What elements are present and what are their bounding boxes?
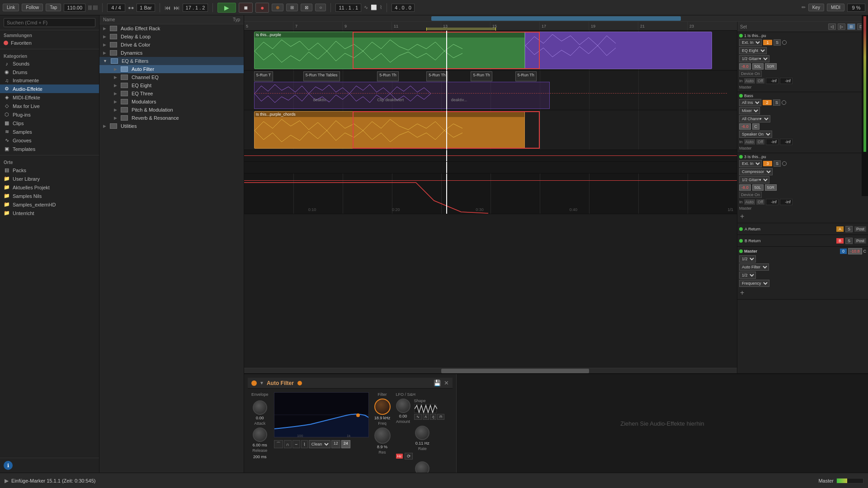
b-return-s[interactable]: S bbox=[845, 238, 853, 244]
browser-item-audio-effect-rack[interactable]: ▶ Audio Effect Rack bbox=[99, 24, 244, 33]
time-sig-display[interactable]: 4 / 4 bbox=[107, 4, 125, 12]
loop-button[interactable]: ⊕ bbox=[272, 4, 283, 11]
lfo-sync-button[interactable]: ⟳ bbox=[405, 453, 413, 460]
master-routing2-select[interactable]: 1/2 bbox=[739, 272, 756, 279]
midi-button[interactable]: MIDI bbox=[827, 4, 844, 11]
status-play-button[interactable]: ▶ bbox=[5, 478, 9, 484]
attack-knob[interactable] bbox=[253, 400, 267, 415]
record-button[interactable]: ● bbox=[255, 3, 269, 13]
set-fwd-button[interactable]: ▷ bbox=[838, 23, 845, 30]
clip-bass-4[interactable]: 5-Run Th bbox=[426, 71, 448, 81]
master-auto-filter-select[interactable]: Auto Filter bbox=[739, 263, 769, 271]
bpm-display[interactable]: 110.00 bbox=[64, 4, 85, 12]
arranger-scrollbar-thumb[interactable] bbox=[441, 369, 589, 373]
marker1-display[interactable]: 11 . 1 . 1 bbox=[335, 4, 361, 12]
info-button[interactable]: ℹ bbox=[4, 461, 13, 470]
sidebar-item-audio-effekte[interactable]: ⚙ Audio-Effekte bbox=[0, 84, 99, 93]
sidebar-item-plug-ins[interactable]: ⬡ Plug-ins bbox=[0, 110, 99, 119]
clip-orange-chords[interactable]: Is this...purple_chords bbox=[254, 111, 525, 149]
top-scrollbar[interactable] bbox=[244, 15, 868, 22]
bars-display[interactable]: 1 Bar bbox=[137, 4, 155, 12]
browser-item-channel-eq[interactable]: ▶ Channel EQ bbox=[99, 73, 244, 81]
shape-btn-bandpass[interactable]: ∩ bbox=[284, 440, 292, 448]
track3-s-button[interactable]: S bbox=[774, 160, 781, 167]
stop-button[interactable]: ■ bbox=[239, 3, 252, 13]
sidebar-item-packs[interactable]: ▤ Packs bbox=[0, 166, 99, 174]
sidebar-item-favoriten[interactable]: Favoriten bbox=[0, 39, 99, 47]
shape-btn-notch[interactable]: ⌇ bbox=[301, 440, 308, 448]
browser-item-utilities[interactable]: ▶ Utilities bbox=[99, 122, 244, 130]
set-back-button[interactable]: ◁ bbox=[828, 23, 836, 30]
pencil-icon[interactable]: ✏ bbox=[802, 5, 806, 10]
browser-item-modulators[interactable]: ▶ Modulators bbox=[99, 98, 244, 106]
browser-item-pitch-modulation[interactable]: ▶ Pitch & Modulation bbox=[99, 106, 244, 114]
clip-bass-1[interactable]: 5-Run T bbox=[254, 71, 273, 81]
res-knob[interactable] bbox=[374, 427, 391, 444]
browser-item-reverb-resonance[interactable]: ▶ Reverb & Resonance bbox=[99, 114, 244, 122]
track3-routing-select[interactable]: 1/2 Gitarr▾ bbox=[739, 176, 769, 183]
browser-item-eq-eight[interactable]: ▶ EQ Eight bbox=[99, 81, 244, 89]
track3-add-button[interactable]: + bbox=[739, 211, 745, 221]
sidebar-item-templates[interactable]: ▣ Templates bbox=[0, 145, 99, 153]
sidebar-item-drums[interactable]: ◉ Drums bbox=[0, 68, 99, 76]
lfo-shape-sin[interactable]: ∿ bbox=[414, 414, 422, 420]
sidebar-item-samples[interactable]: ≋ Samples bbox=[0, 127, 99, 136]
track1-device-select[interactable]: EQ Eight bbox=[739, 47, 767, 54]
filter-curve-display[interactable]: 100 1k bbox=[274, 392, 369, 437]
position-display[interactable]: 17 . 1 . 2 bbox=[183, 4, 208, 12]
lfo-phase-knob[interactable] bbox=[415, 461, 429, 473]
sidebar-item-midi-effekte[interactable]: ◈ MIDI-Effekte bbox=[0, 93, 99, 102]
marker2-display[interactable]: 4 . 0 . 0 bbox=[392, 4, 415, 12]
follow-button[interactable]: Follow bbox=[22, 4, 43, 11]
zoom-display[interactable]: 9 % bbox=[847, 4, 865, 12]
play-button[interactable]: ▶ bbox=[217, 3, 236, 13]
detail-button[interactable]: ○ bbox=[315, 4, 326, 11]
sidebar-item-grooves[interactable]: ∿ Grooves bbox=[0, 136, 99, 145]
a-return-s[interactable]: S bbox=[845, 226, 853, 232]
sidebar-item-clips[interactable]: ▦ Clips bbox=[0, 119, 99, 127]
lfo-rate-knob[interactable] bbox=[415, 426, 429, 440]
filter-type-select[interactable]: Clean bbox=[309, 440, 330, 448]
track2-s-button[interactable]: S bbox=[773, 99, 780, 106]
sidebar-item-sounds[interactable]: ♪ Sounds bbox=[0, 60, 99, 68]
set-icon-button1[interactable]: ⊞ bbox=[847, 23, 855, 30]
sidebar-item-samples-extern[interactable]: 📁 Samples_externHD bbox=[0, 200, 99, 209]
clip-bass-5[interactable]: 5-Run Th bbox=[471, 71, 492, 81]
track2-input-select[interactable]: All Ins bbox=[739, 99, 761, 106]
master-frequency-select[interactable]: Frequency bbox=[739, 280, 769, 287]
sidebar-item-max-for-live[interactable]: ◇ Max for Live bbox=[0, 102, 99, 110]
device-close-button[interactable]: ✕ bbox=[444, 380, 449, 386]
track1-routing-select[interactable]: 1/2 Gitarr▾ bbox=[739, 55, 769, 62]
sidebar-item-instrumente[interactable]: ♫ Instrumente bbox=[0, 76, 99, 84]
track2-routing-select[interactable]: All Chann▾ bbox=[739, 115, 770, 122]
track3-device-select[interactable]: Compressor bbox=[739, 168, 773, 175]
link-button[interactable]: Link bbox=[3, 4, 19, 11]
track1-input-select[interactable]: Ext. In bbox=[739, 39, 762, 46]
lfo-shape-saw[interactable]: /| bbox=[430, 414, 436, 420]
top-scrollbar-thumb[interactable] bbox=[431, 16, 681, 21]
browser-item-dynamics[interactable]: ▶ Dynamics bbox=[99, 49, 244, 57]
key-button[interactable]: Key bbox=[808, 4, 824, 11]
fwd-icon[interactable]: ⏭ bbox=[174, 4, 180, 11]
browser-item-eq-filters[interactable]: ▼ EQ & Filters bbox=[99, 57, 244, 65]
freq-knob[interactable] bbox=[374, 399, 391, 415]
browser-item-eq-three[interactable]: ▶ EQ Three bbox=[99, 89, 244, 98]
track1-s-button[interactable]: S bbox=[774, 39, 781, 46]
lfo-shape-display[interactable] bbox=[414, 404, 437, 413]
browser-item-delay-loop[interactable]: ▶ Delay & Loop bbox=[99, 33, 244, 41]
clip-is-this-purple[interactable]: Is this...purple bbox=[254, 32, 525, 69]
sidebar-item-user-library[interactable]: 📁 User Library bbox=[0, 174, 99, 183]
master-add-button[interactable]: + bbox=[739, 288, 745, 298]
release-knob[interactable] bbox=[253, 427, 267, 442]
prev-icon[interactable]: ⏮ bbox=[165, 4, 171, 11]
lfo-shape-sq[interactable]: ⊓ bbox=[437, 414, 444, 420]
lfo-amount-knob[interactable] bbox=[396, 399, 410, 413]
tap-button[interactable]: Tap bbox=[46, 4, 61, 11]
shape-btn-lowpass[interactable]: ⌒ bbox=[274, 440, 283, 448]
shape-btn-highpass[interactable]: ⌣ bbox=[292, 440, 300, 448]
device-save-button[interactable]: 💾 bbox=[434, 380, 441, 386]
sidebar-item-unterricht[interactable]: 📁 Unterricht bbox=[0, 209, 99, 217]
track2-device-select[interactable]: Mixer bbox=[739, 107, 760, 114]
clip-purple-2[interactable] bbox=[525, 32, 712, 69]
sidebar-item-samples-nils[interactable]: 📁 Samples Nils bbox=[0, 192, 99, 200]
